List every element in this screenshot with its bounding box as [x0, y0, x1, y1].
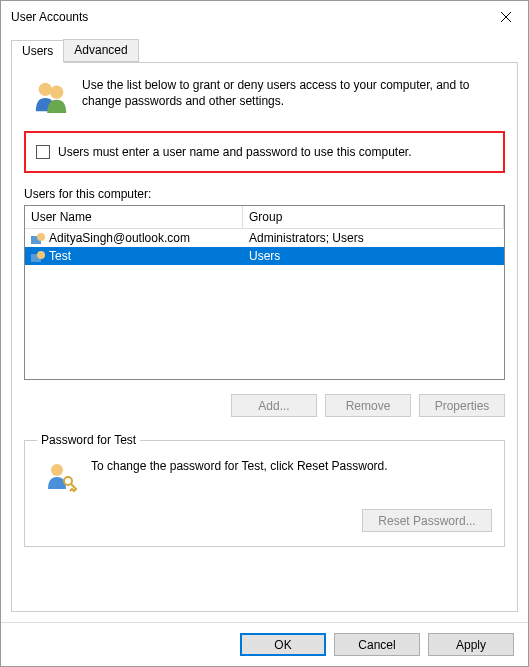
column-header-user[interactable]: User Name: [25, 206, 243, 228]
intro-section: Use the list below to grant or deny user…: [24, 77, 505, 115]
credentials-checkbox[interactable]: [36, 145, 50, 159]
users-listview[interactable]: User Name Group AdityaSingh@outlook.com …: [24, 205, 505, 380]
ok-button[interactable]: OK: [240, 633, 326, 656]
cancel-button[interactable]: Cancel: [334, 633, 420, 656]
tab-users[interactable]: Users: [11, 40, 64, 63]
properties-button[interactable]: Properties: [419, 394, 505, 417]
users-icon: [32, 77, 70, 115]
user-name-cell: Test: [49, 249, 71, 263]
group-cell: Users: [243, 249, 504, 263]
column-header-group[interactable]: Group: [243, 206, 504, 228]
password-button-row: Reset Password...: [37, 509, 492, 532]
credentials-checkbox-row[interactable]: Users must enter a user name and passwor…: [36, 145, 493, 159]
table-row[interactable]: Test Users: [25, 247, 504, 265]
add-button[interactable]: Add...: [231, 394, 317, 417]
remove-button[interactable]: Remove: [325, 394, 411, 417]
user-name-cell: AdityaSingh@outlook.com: [49, 231, 190, 245]
svg-point-6: [51, 464, 63, 476]
credentials-checkbox-highlight: Users must enter a user name and passwor…: [24, 131, 505, 173]
listview-header: User Name Group: [25, 206, 504, 229]
titlebar: User Accounts: [1, 1, 528, 33]
intro-text: Use the list below to grant or deny user…: [82, 77, 497, 109]
password-text: To change the password for Test, click R…: [91, 459, 492, 473]
window-title: User Accounts: [11, 10, 483, 24]
svg-point-7: [64, 477, 72, 485]
svg-point-0: [39, 83, 52, 96]
group-cell: Administrators; Users: [243, 231, 504, 245]
tab-strip: Users Advanced: [11, 39, 518, 62]
user-buttons-row: Add... Remove Properties: [24, 394, 505, 417]
tab-advanced[interactable]: Advanced: [63, 39, 138, 62]
password-group-legend: Password for Test: [37, 433, 140, 447]
user-avatar-icon: [31, 250, 45, 262]
close-icon: [501, 12, 511, 22]
password-group: Password for Test To change the password…: [24, 433, 505, 547]
svg-point-3: [37, 233, 45, 241]
key-user-icon: [43, 459, 77, 493]
dialog-footer: OK Cancel Apply: [1, 622, 528, 666]
close-button[interactable]: [483, 1, 528, 33]
password-body: To change the password for Test, click R…: [37, 459, 492, 493]
table-row[interactable]: AdityaSingh@outlook.com Administrators; …: [25, 229, 504, 247]
credentials-checkbox-label: Users must enter a user name and passwor…: [58, 145, 412, 159]
svg-point-1: [50, 86, 63, 99]
user-avatar-icon: [31, 232, 45, 244]
svg-point-5: [37, 251, 45, 259]
user-accounts-dialog: User Accounts Users Advanced Use the lis…: [0, 0, 529, 667]
dialog-content: Users Advanced Use the list below to gra…: [1, 33, 528, 622]
users-list-label: Users for this computer:: [24, 187, 505, 201]
tab-users-panel: Use the list below to grant or deny user…: [11, 62, 518, 612]
reset-password-button[interactable]: Reset Password...: [362, 509, 492, 532]
apply-button[interactable]: Apply: [428, 633, 514, 656]
